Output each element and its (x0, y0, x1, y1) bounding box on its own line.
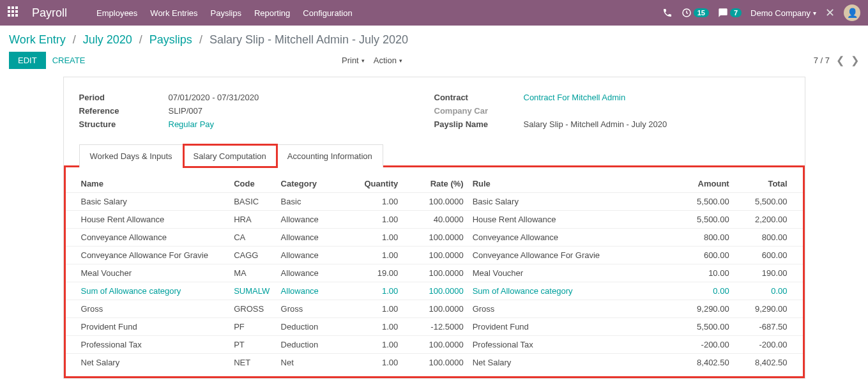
tab-accounting-info[interactable]: Accounting Information (277, 144, 383, 167)
salary-table: Name Code Category Quantity Rate (%) Rul… (64, 165, 805, 378)
reference-label: Reference (79, 106, 169, 116)
cell-quantity: 1.00 (347, 233, 398, 242)
app-brand: Payroll (32, 6, 67, 20)
table-row[interactable]: Sum of Allowance categorySUMALWAllowance… (66, 282, 803, 300)
menu-reporting[interactable]: Reporting (254, 8, 290, 18)
table-row: Provident FundPFDeduction1.00-12.5000Pro… (66, 317, 803, 335)
cell-total: -687.50 (729, 322, 788, 332)
cell-rate: 100.0000 (398, 197, 463, 206)
cell-rate: 100.0000 (398, 233, 463, 242)
cell-amount: -200.00 (644, 340, 729, 349)
cell-name: House Rent Allowance (81, 215, 234, 224)
cell-rule: House Rent Allowance (464, 215, 644, 224)
cell-total: 9,290.00 (729, 304, 788, 314)
tab-worked-days[interactable]: Worked Days & Inputs (79, 144, 183, 167)
cell-rate: 100.0000 (398, 250, 463, 260)
breadcrumb-link-0[interactable]: Work Entry (9, 33, 66, 46)
caret-down-icon: ▾ (813, 10, 816, 17)
cell-rate: 100.0000 (398, 358, 463, 367)
top-menu: Employees Work Entries Payslips Reportin… (96, 8, 353, 18)
avatar[interactable]: 👤 (844, 4, 860, 21)
apps-icon[interactable] (8, 6, 20, 19)
cell-category: Allowance (281, 268, 347, 278)
payslip-name-label: Payslip Name (434, 119, 524, 129)
breadcrumb-link-2[interactable]: Payslips (149, 33, 192, 46)
cell-amount: 5,500.00 (644, 322, 729, 332)
th-rule: Rule (464, 179, 644, 188)
cell-name: Meal Voucher (81, 268, 234, 278)
cell-total: 0.00 (729, 286, 788, 296)
cell-quantity: 1.00 (347, 322, 398, 332)
messages-icon[interactable]: 7 (718, 8, 742, 18)
cell-amount: 10.00 (644, 268, 729, 278)
table-row: Basic SalaryBASICBasic1.00100.0000Basic … (66, 192, 803, 210)
cell-rate: 40.0000 (398, 215, 463, 224)
th-name: Name (81, 179, 234, 188)
th-rate: Rate (%) (398, 179, 463, 188)
pager-prev-icon[interactable]: ❮ (836, 54, 844, 66)
edit-button[interactable]: EDIT (9, 52, 46, 69)
cell-total: 800.00 (729, 233, 788, 242)
cell-name: Conveyance Allowance For Gravie (81, 250, 234, 260)
create-button[interactable]: CREATE (52, 56, 86, 65)
breadcrumb-current: Salary Slip - Mitchell Admin - July 2020 (209, 33, 408, 46)
top-nav: Payroll Employees Work Entries Payslips … (0, 0, 868, 26)
print-dropdown[interactable]: Print▾ (342, 56, 365, 65)
cell-category: Deduction (281, 322, 347, 332)
tab-salary-computation[interactable]: Salary Computation (183, 144, 277, 167)
table-row: GrossGROSSGross1.00100.0000Gross9,290.00… (66, 300, 803, 317)
pager-text: 7 / 7 (814, 56, 830, 65)
cell-code: PF (234, 322, 280, 332)
structure-value[interactable]: Regular Pay (169, 119, 215, 129)
cell-rate: 100.0000 (398, 286, 463, 296)
cell-code: HRA (234, 215, 280, 224)
cell-amount: 0.00 (644, 286, 729, 296)
cell-category: Basic (281, 197, 347, 206)
menu-configuration[interactable]: Configuration (303, 8, 352, 18)
action-dropdown[interactable]: Action▾ (374, 56, 402, 65)
company-selector[interactable]: Demo Company ▾ (750, 8, 816, 18)
close-icon[interactable]: ✕ (825, 6, 835, 20)
breadcrumb-link-1[interactable]: July 2020 (83, 33, 132, 46)
cell-category: Allowance (281, 215, 347, 224)
cell-quantity: 19.00 (347, 268, 398, 278)
cell-quantity: 1.00 (347, 250, 398, 260)
cell-amount: 600.00 (644, 250, 729, 260)
menu-work-entries[interactable]: Work Entries (150, 8, 197, 18)
cell-quantity: 1.00 (347, 286, 398, 296)
cell-code: CAGG (234, 250, 280, 260)
payslip-name-value: Salary Slip - Mitchell Admin - July 2020 (524, 119, 667, 129)
menu-payslips[interactable]: Payslips (211, 8, 241, 18)
form-sheet: Period 07/01/2020 - 07/31/2020 Reference… (63, 77, 805, 379)
table-row: Conveyance AllowanceCAAllowance1.00100.0… (66, 228, 803, 246)
cell-code: BASIC (234, 197, 280, 206)
structure-label: Structure (79, 119, 169, 129)
cell-category: Allowance (281, 233, 347, 242)
cell-category: Deduction (281, 340, 347, 349)
cell-rule: Provident Fund (464, 322, 644, 332)
company-name: Demo Company (750, 8, 811, 18)
messages-badge: 7 (730, 8, 742, 17)
cell-category: Allowance (281, 286, 347, 296)
reference-value: SLIP/007 (169, 106, 203, 116)
cell-rule: Conveyance Allowance For Gravie (464, 250, 644, 260)
contract-value[interactable]: Contract For Mitchell Admin (524, 93, 626, 102)
th-total: Total (729, 179, 788, 188)
cell-code: GROSS (234, 304, 280, 314)
cell-rule: Basic Salary (464, 197, 644, 206)
cell-total: 8,402.50 (729, 358, 788, 367)
cell-rule: Gross (464, 304, 644, 314)
phone-icon[interactable] (662, 8, 673, 18)
cell-rate: 100.0000 (398, 340, 463, 349)
cell-category: Allowance (281, 250, 347, 260)
cell-code: MA (234, 268, 280, 278)
activities-icon[interactable]: 15 (681, 8, 709, 18)
cell-rule: Conveyance Allowance (464, 233, 644, 242)
cell-total: 190.00 (729, 268, 788, 278)
cell-code: NET (234, 358, 280, 367)
menu-employees[interactable]: Employees (96, 8, 137, 18)
cell-category: Gross (281, 304, 347, 314)
pager-next-icon[interactable]: ❯ (851, 54, 859, 66)
cell-amount: 8,402.50 (644, 358, 729, 367)
table-row: Professional TaxPTDeduction1.00100.0000P… (66, 335, 803, 353)
